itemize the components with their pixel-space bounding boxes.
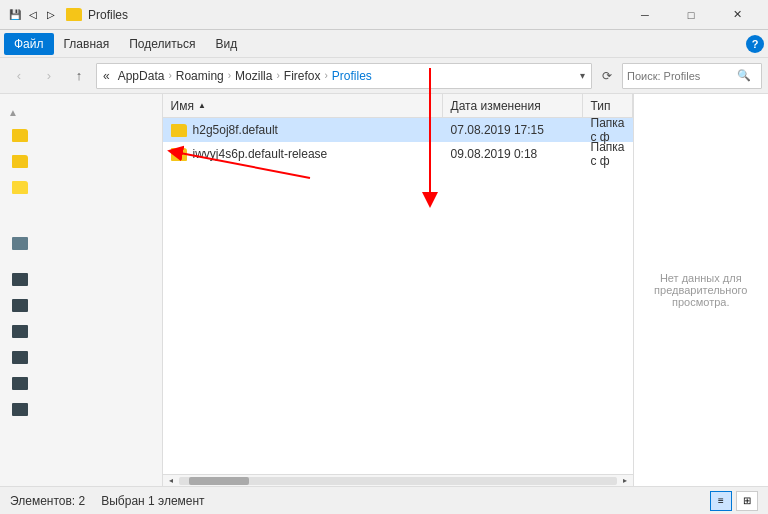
nav-icon-1[interactable]: ◁: [26, 8, 40, 22]
scroll-thumb[interactable]: [189, 477, 249, 485]
col-header-date[interactable]: Дата изменения: [443, 94, 583, 117]
breadcrumb-appdata[interactable]: AppData: [118, 69, 165, 83]
sidebar-item-8[interactable]: [0, 344, 162, 370]
sidebar-item-2[interactable]: [0, 148, 162, 174]
sidebar-folder-icon-2: [12, 155, 28, 168]
address-dropdown[interactable]: ▾: [580, 70, 585, 81]
back-button[interactable]: ‹: [6, 63, 32, 89]
search-input[interactable]: [627, 70, 737, 82]
breadcrumb-mozilla[interactable]: Mozilla: [235, 69, 272, 83]
file-name-cell-2: iwvyj4s6p.default-release: [163, 147, 443, 161]
file-area: Имя ▲ Дата изменения Тип h2g5oj8f.defaul…: [163, 94, 633, 486]
search-icon[interactable]: 🔍: [737, 69, 751, 82]
file-date-1: 07.08.2019 17:15: [443, 123, 583, 137]
sidebar-monitor-icon-5: [12, 377, 28, 390]
selected-count: Выбран 1 элемент: [101, 494, 204, 508]
nav-icon-2[interactable]: ▷: [44, 8, 58, 22]
sidebar-item-5[interactable]: [0, 266, 162, 292]
sidebar-folder-icon-1: [12, 129, 28, 142]
main-layout: ▲: [0, 94, 768, 486]
menu-bar: Файл Главная Поделиться Вид ?: [0, 30, 768, 58]
breadcrumb-firefox[interactable]: Firefox: [284, 69, 321, 83]
menu-home[interactable]: Главная: [54, 33, 120, 55]
file-name-cell-1: h2g5oj8f.default: [163, 123, 443, 137]
title-bar-icons: 💾 ◁ ▷: [8, 8, 58, 22]
sort-icon: ▲: [198, 101, 206, 110]
scroll-right-button[interactable]: ▸: [619, 475, 631, 487]
sidebar-monitor-icon-1: [12, 273, 28, 286]
table-row[interactable]: h2g5oj8f.default 07.08.2019 17:15 Папка …: [163, 118, 633, 142]
view-toggle: ≡ ⊞: [710, 491, 758, 511]
maximize-button[interactable]: □: [668, 0, 714, 30]
window-controls: ─ □ ✕: [622, 0, 760, 30]
toolbar: ‹ › ↑ « AppData › Roaming › Mozilla › Fi…: [0, 58, 768, 94]
col-header-type[interactable]: Тип: [583, 94, 633, 117]
sidebar-monitor-icon-3: [12, 325, 28, 338]
forward-button[interactable]: ›: [36, 63, 62, 89]
sidebar-item-1[interactable]: [0, 122, 162, 148]
sidebar-item-10[interactable]: [0, 396, 162, 422]
scroll-left-button[interactable]: ◂: [165, 475, 177, 487]
up-button[interactable]: ↑: [66, 63, 92, 89]
preview-text: Нет данных для предварительного просмотр…: [634, 252, 768, 328]
sidebar-item-9[interactable]: [0, 370, 162, 396]
address-bar[interactable]: « AppData › Roaming › Mozilla › Firefox …: [96, 63, 592, 89]
col-header-name[interactable]: Имя ▲: [163, 94, 443, 117]
file-name-1: h2g5oj8f.default: [193, 123, 278, 137]
preview-pane: Нет данных для предварительного просмотр…: [633, 94, 768, 486]
sidebar-item-7[interactable]: [0, 318, 162, 344]
title-bar: 💾 ◁ ▷ Profiles ─ □ ✕: [0, 0, 768, 30]
sidebar-monitor-icon-2: [12, 299, 28, 312]
menu-view[interactable]: Вид: [205, 33, 247, 55]
sidebar-monitor-icon-6: [12, 403, 28, 416]
sidebar-monitor-icon-4: [12, 351, 28, 364]
minimize-button[interactable]: ─: [622, 0, 668, 30]
sidebar-item-6[interactable]: [0, 292, 162, 318]
sidebar-folder-icon-3: [12, 181, 28, 194]
breadcrumb-roaming[interactable]: Roaming: [176, 69, 224, 83]
folder-icon-1: [171, 124, 187, 137]
sidebar-collapse-icon[interactable]: ▲: [8, 107, 18, 118]
menu-file[interactable]: Файл: [4, 33, 54, 55]
view-tiles-button[interactable]: ⊞: [736, 491, 758, 511]
item-count: Элементов: 2: [10, 494, 85, 508]
status-text: Элементов: 2 Выбран 1 элемент: [10, 494, 205, 508]
window-folder-icon: [66, 8, 82, 21]
horizontal-scrollbar[interactable]: ◂ ▸: [163, 474, 633, 486]
sidebar-computer-icon: [12, 237, 28, 250]
file-list: h2g5oj8f.default 07.08.2019 17:15 Папка …: [163, 118, 633, 474]
breadcrumb-appdata-prev[interactable]: «: [103, 69, 110, 83]
window-title: Profiles: [88, 8, 622, 22]
help-icon[interactable]: ?: [746, 35, 764, 53]
view-details-button[interactable]: ≡: [710, 491, 732, 511]
scroll-track[interactable]: [179, 477, 617, 485]
table-row[interactable]: iwvyj4s6p.default-release 09.08.2019 0:1…: [163, 142, 633, 166]
file-type-2: Папка с ф: [583, 140, 633, 168]
sidebar-item-4[interactable]: [0, 230, 162, 256]
breadcrumb-profiles[interactable]: Profiles: [332, 69, 372, 83]
refresh-button[interactable]: ⟳: [596, 63, 618, 89]
sidebar-item-3[interactable]: [0, 174, 162, 200]
menu-share[interactable]: Поделиться: [119, 33, 205, 55]
folder-icon-2: [171, 148, 187, 161]
file-date-2: 09.08.2019 0:18: [443, 147, 583, 161]
search-bar[interactable]: 🔍: [622, 63, 762, 89]
close-button[interactable]: ✕: [714, 0, 760, 30]
sidebar: ▲: [0, 94, 163, 486]
status-bar: Элементов: 2 Выбран 1 элемент ≡ ⊞: [0, 486, 768, 514]
file-name-2: iwvyj4s6p.default-release: [193, 147, 328, 161]
save-icon[interactable]: 💾: [8, 8, 22, 22]
column-headers: Имя ▲ Дата изменения Тип: [163, 94, 633, 118]
